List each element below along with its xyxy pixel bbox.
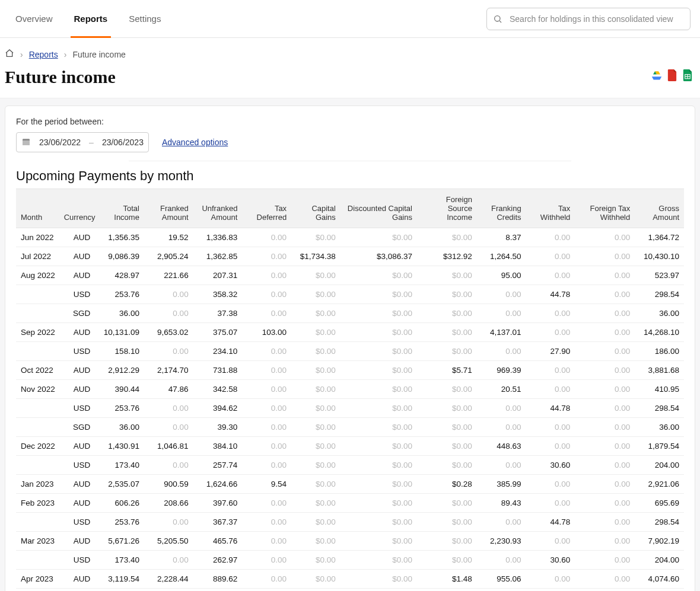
- date-range-picker[interactable]: 23/06/2022 – 23/06/2023: [16, 132, 149, 152]
- cell-tax-deferred: 0.00: [242, 380, 291, 399]
- cell-total-income: 158.10: [95, 342, 144, 361]
- cell-disc-cg: $0.00: [341, 342, 417, 361]
- col-franked[interactable]: Franked Amount: [144, 189, 193, 228]
- breadcrumb: › Reports › Future income: [0, 38, 700, 60]
- cell-month: Jun 2022: [16, 228, 59, 247]
- svg-point-0: [495, 15, 500, 21]
- cell-currency: USD: [59, 285, 96, 304]
- cell-credits: 385.99: [477, 475, 526, 494]
- calendar-icon: [21, 137, 31, 148]
- cell-gross: 186.00: [635, 342, 684, 361]
- tab-reports[interactable]: Reports: [63, 0, 119, 38]
- svg-marker-5: [652, 76, 662, 79]
- cell-franked: 900.59: [144, 475, 193, 494]
- cell-tax-deferred: 9.54: [242, 475, 291, 494]
- col-capital-gains[interactable]: Capital Gains: [291, 189, 341, 228]
- cell-ftw: 0.00: [575, 266, 635, 285]
- tab-overview[interactable]: Overview: [5, 0, 63, 38]
- period-label: For the period between:: [16, 117, 684, 126]
- cell-ftw: 0.00: [575, 437, 635, 456]
- cell-currency: AUD: [59, 380, 96, 399]
- cell-total-income: 2,535.07: [95, 475, 144, 494]
- table-row: Jan 2023AUD2,535.07900.591,624.669.54$0.…: [16, 475, 684, 494]
- col-unfranked[interactable]: Unfranked Amount: [193, 189, 243, 228]
- table-row: Feb 2023AUD606.26208.66397.600.00$0.00$0…: [16, 494, 684, 513]
- cell-gross: 14,268.10: [635, 323, 684, 342]
- cell-disc-cg: $0.00: [341, 228, 417, 247]
- col-total-income[interactable]: Total Income: [95, 189, 144, 228]
- cell-month: [16, 589, 59, 592]
- cell-month: Sep 2022: [16, 323, 59, 342]
- cell-tax-deferred: 0.00: [242, 247, 291, 266]
- table-row: USD253.760.00367.370.00$0.00$0.00$0.000.…: [16, 513, 684, 532]
- cell-currency: AUD: [59, 494, 96, 513]
- cell-tax-deferred: 0.00: [242, 361, 291, 380]
- cell-month: Oct 2022: [16, 361, 59, 380]
- search-box[interactable]: [486, 8, 691, 30]
- table-row: SGD92.000.00102.800.00$0.00$0.00$0.000.0…: [16, 589, 684, 592]
- cell-franked: 2,228.44: [144, 570, 193, 589]
- cell-tax-withheld: 0.00: [526, 589, 575, 592]
- cell-gross: 410.95: [635, 380, 684, 399]
- cell-month: [16, 513, 59, 532]
- cell-unfranked: 731.88: [193, 361, 243, 380]
- cell-gross: 1,364.72: [635, 228, 684, 247]
- cell-credits: 20.51: [477, 380, 526, 399]
- cell-currency: USD: [59, 342, 96, 361]
- cell-credits: 95.00: [477, 266, 526, 285]
- tab-settings[interactable]: Settings: [118, 0, 171, 38]
- col-month[interactable]: Month: [16, 189, 59, 228]
- col-disc-cg[interactable]: Discounted Capital Gains: [341, 189, 417, 228]
- breadcrumb-link-reports[interactable]: Reports: [29, 50, 58, 59]
- col-foreign-income[interactable]: Foreign Source Income: [417, 189, 477, 228]
- cell-total-income: 92.00: [95, 589, 144, 592]
- cell-unfranked: 262.97: [193, 551, 243, 570]
- cell-unfranked: 394.62: [193, 399, 243, 418]
- cell-total-income: 3,119.54: [95, 570, 144, 589]
- cell-tax-withheld: 0.00: [526, 494, 575, 513]
- cell-franked: 2,905.24: [144, 247, 193, 266]
- cell-unfranked: 397.60: [193, 494, 243, 513]
- search-input[interactable]: [508, 14, 684, 24]
- table-row: USD253.760.00358.320.00$0.00$0.00$0.000.…: [16, 285, 684, 304]
- table-row: USD173.400.00262.970.00$0.00$0.00$0.000.…: [16, 551, 684, 570]
- cell-tax-deferred: 0.00: [242, 342, 291, 361]
- cell-disc-cg: $0.00: [341, 399, 417, 418]
- cell-ftw: 0.00: [575, 399, 635, 418]
- cell-gross: 204.00: [635, 456, 684, 475]
- cell-tax-withheld: 0.00: [526, 570, 575, 589]
- cell-tax-deferred: 0.00: [242, 551, 291, 570]
- col-gross[interactable]: Gross Amount: [635, 189, 684, 228]
- cell-tax-withheld: 30.60: [526, 551, 575, 570]
- cell-gross: 7,902.19: [635, 532, 684, 551]
- cell-foreign: $0.00: [417, 551, 477, 570]
- col-tax-deferred[interactable]: Tax Deferred: [242, 189, 291, 228]
- cell-gross: 298.54: [635, 285, 684, 304]
- col-ftw[interactable]: Foreign Tax Withheld: [575, 189, 635, 228]
- cell-capital-gains: $0.00: [291, 494, 341, 513]
- cell-unfranked: 102.80: [193, 589, 243, 592]
- cell-credits: 0.00: [477, 399, 526, 418]
- col-tax-withheld[interactable]: Tax Withheld: [526, 189, 575, 228]
- cell-foreign: $312.92: [417, 247, 477, 266]
- spreadsheet-icon[interactable]: [682, 69, 693, 83]
- home-icon[interactable]: [5, 49, 14, 60]
- cell-capital-gains: $0.00: [291, 418, 341, 437]
- col-currency[interactable]: Currency: [59, 189, 96, 228]
- cell-foreign: $0.00: [417, 228, 477, 247]
- cell-capital-gains: $0.00: [291, 361, 341, 380]
- col-franking-credits[interactable]: Franking Credits: [477, 189, 526, 228]
- date-dash: –: [89, 138, 94, 147]
- advanced-options-link[interactable]: Advanced options: [162, 138, 228, 147]
- cell-tax-deferred: 103.00: [242, 323, 291, 342]
- cell-unfranked: 39.30: [193, 418, 243, 437]
- cell-tax-withheld: 27.90: [526, 342, 575, 361]
- cell-currency: AUD: [59, 437, 96, 456]
- google-drive-icon[interactable]: [651, 70, 662, 82]
- cell-disc-cg: $0.00: [341, 551, 417, 570]
- cell-ftw: 0.00: [575, 589, 635, 592]
- cell-ftw: 0.00: [575, 247, 635, 266]
- cell-total-income: 253.76: [95, 513, 144, 532]
- cell-capital-gains: $0.00: [291, 285, 341, 304]
- pdf-icon[interactable]: [667, 69, 677, 83]
